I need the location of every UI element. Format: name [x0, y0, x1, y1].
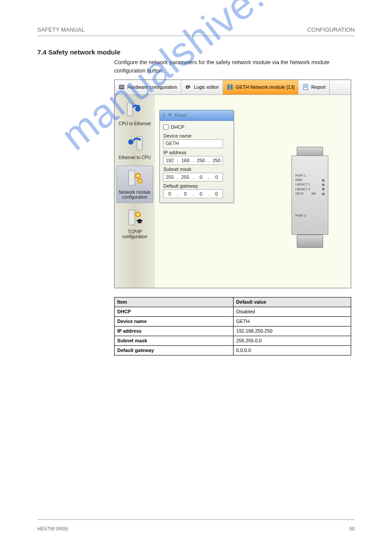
table-cell: Default gateway — [115, 345, 234, 355]
table-cell: Disabled — [234, 307, 351, 316]
module-label: PWR — [295, 178, 302, 182]
read-button-label[interactable]: Read — [175, 112, 186, 118]
subnet-mask-input[interactable]: 255. 255. 0. 0 — [163, 173, 223, 181]
table-cell: 0.0.0.0 — [234, 345, 351, 355]
sidebar-item-label: TCP/IP configuration — [117, 229, 152, 239]
table-header: Default value — [234, 297, 351, 307]
svg-rect-15 — [129, 170, 135, 185]
dhcp-checkbox[interactable] — [163, 124, 169, 130]
svg-point-19 — [139, 180, 141, 182]
module-label: LNK/ACT 1 — [295, 182, 310, 187]
module-label: LNK/ACT 2 — [295, 187, 310, 192]
sidebar-item-tcpip-configuration[interactable]: TCP/IP configuration — [116, 206, 153, 242]
ip-octet[interactable]: 192 — [165, 158, 175, 163]
sidebar-item-label: CPU to Ethernet — [117, 121, 152, 127]
default-gateway-label: Default gateway — [163, 183, 230, 189]
intro-paragraph: Configure the network parameters for the… — [114, 58, 355, 75]
tab-report[interactable]: Report — [298, 80, 330, 94]
table-cell: DHCP — [115, 307, 234, 316]
led-icon — [322, 193, 324, 195]
svg-rect-5 — [227, 84, 230, 90]
svg-point-17 — [137, 174, 139, 177]
gear-link-icon — [185, 83, 192, 91]
ip-octet[interactable]: 0 — [196, 174, 206, 180]
ip-octet[interactable]: 250 — [196, 158, 206, 163]
sidebar-item-network-module-configuration[interactable]: Network module configuration — [116, 166, 153, 203]
footer-rule — [37, 519, 355, 520]
led-icon — [322, 188, 324, 190]
header-rule — [37, 36, 355, 36]
header-right: CONFIGURATION — [307, 26, 355, 33]
tab-label: Report — [311, 84, 326, 90]
subnet-mask-label: Subnet mask — [163, 167, 230, 172]
ip-octet[interactable]: 168 — [180, 158, 190, 163]
table-row: Default gateway0.0.0.0 — [115, 345, 351, 355]
ip-address-label: IP address — [163, 150, 230, 155]
sidebar: CPU to Ethernet Ethernet to CPU Network … — [115, 95, 155, 288]
led-icon — [322, 179, 324, 181]
footer-left: HE5798 (R09) — [37, 526, 68, 531]
header-left: SAFETY MANUAL — [37, 26, 85, 33]
ip-address-input[interactable]: 192. 168. 250. 250 — [163, 156, 223, 165]
sidebar-item-cpu-to-ethernet[interactable]: CPU to Ethernet — [116, 98, 153, 129]
module-illustration: PORT 1 PWR LNK/ACT 1 LNK/ACT 2 GETHMS PO… — [291, 147, 329, 248]
svg-point-13 — [128, 139, 133, 145]
tab-logic-editor[interactable]: Logic editor — [181, 80, 223, 94]
table-row: IP address192.168.250.250 — [115, 326, 351, 336]
svg-rect-23 — [138, 221, 141, 223]
device-name-input[interactable]: GETH — [163, 139, 223, 148]
svg-point-22 — [137, 213, 139, 215]
ip-octet[interactable]: 250 — [212, 158, 221, 163]
table-cell: Subnet mask — [115, 336, 234, 345]
footer-right: 50 — [349, 526, 355, 531]
svg-rect-2 — [120, 87, 124, 88]
sidebar-item-label: Network module configuration — [118, 190, 152, 200]
tab-hardware-configuration[interactable]: Hardware configuration — [115, 80, 181, 94]
ip-octet[interactable]: 255 — [180, 174, 190, 180]
ip-octet[interactable]: 0 — [180, 191, 190, 196]
module-gear-hat-icon — [125, 207, 145, 228]
network-module-icon — [227, 83, 234, 91]
svg-rect-11 — [127, 103, 133, 116]
ip-octet[interactable]: 0 — [212, 174, 221, 180]
ip-octet[interactable]: 0 — [196, 191, 206, 196]
module-label: PORT 2 — [295, 214, 306, 218]
svg-point-4 — [187, 87, 188, 88]
section-title: 7.4 Safety network module — [37, 48, 355, 56]
report-icon — [302, 83, 309, 91]
screenshot-frame: Hardware configuration Logic editor GETH… — [114, 80, 351, 288]
ip-octet[interactable]: 0 — [212, 191, 221, 196]
table-row: DHCPDisabled — [115, 307, 351, 316]
module-label: PORT 1 — [295, 174, 306, 178]
module-gear-icon — [125, 168, 145, 188]
led-icon — [322, 184, 324, 186]
tab-label: Logic editor — [194, 84, 219, 90]
default-gateway-input[interactable]: 0. 0. 0. 0 — [163, 189, 223, 198]
table-cell: IP address — [115, 326, 234, 336]
svg-rect-6 — [230, 84, 233, 90]
config-panel: ⁞⁞ Read DHCP Device name GETH IP a — [159, 110, 234, 203]
table-row: Subnet mask255.255.0.0 — [115, 336, 351, 345]
module-label: MS — [312, 192, 316, 196]
tab-label: Hardware configuration — [127, 84, 177, 90]
table-row: Device nameGETH — [115, 316, 351, 326]
tab-bar: Hardware configuration Logic editor GETH… — [115, 80, 351, 95]
ip-octet[interactable]: 0 — [165, 191, 175, 196]
table-cell: 255.255.0.0 — [234, 336, 351, 345]
svg-rect-20 — [129, 210, 135, 225]
sidebar-item-label: Ethernet to CPU — [117, 155, 152, 160]
svg-rect-7 — [303, 84, 308, 90]
module-label: GETH — [295, 192, 303, 196]
table-cell: 192.168.250.250 — [234, 326, 351, 336]
device-name-label: Device name — [163, 133, 230, 138]
table-cell: Device name — [115, 316, 234, 326]
panel-header: ⁞⁞ Read — [160, 110, 234, 121]
read-icon — [167, 112, 173, 118]
tab-label: GETH Network module [13] — [236, 84, 295, 90]
tab-geth-network-module[interactable]: GETH Network module [13] — [223, 80, 299, 94]
table-cell: GETH — [234, 316, 351, 326]
ip-octet[interactable]: 255 — [165, 174, 175, 180]
cpu-to-ethernet-icon — [125, 99, 145, 120]
sidebar-item-ethernet-to-cpu[interactable]: Ethernet to CPU — [116, 131, 153, 163]
svg-rect-1 — [120, 86, 124, 87]
